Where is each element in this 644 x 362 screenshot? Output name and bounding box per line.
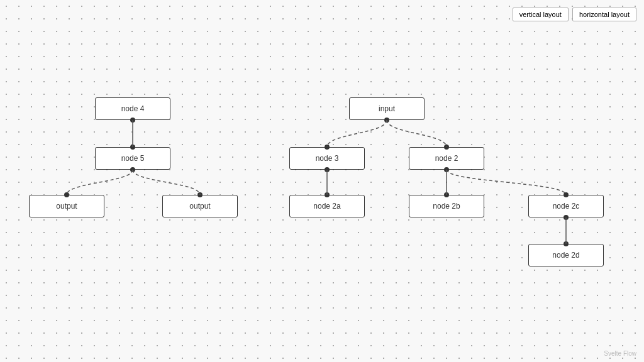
- dot-node2c-top: [564, 192, 569, 197]
- node-node4[interactable]: node 4: [95, 97, 170, 120]
- node-node2d[interactable]: node 2d: [528, 244, 604, 266]
- dot-output1-top: [64, 192, 69, 197]
- node-node5[interactable]: node 5: [95, 147, 170, 170]
- dot-node3-bottom: [325, 167, 330, 172]
- dot-node2a-top: [325, 192, 330, 197]
- node-node2a[interactable]: node 2a: [289, 195, 365, 217]
- node-input[interactable]: input: [349, 97, 425, 120]
- node-node2c[interactable]: node 2c: [528, 195, 604, 217]
- dot-node2b-top: [444, 192, 449, 197]
- canvas: node 4node 5outputoutputinputnode 3node …: [0, 0, 644, 362]
- node-node2b[interactable]: node 2b: [409, 195, 484, 217]
- dot-node3-top: [325, 145, 330, 150]
- watermark-label: Svelte Flow: [604, 350, 636, 357]
- dot-node2d-top: [564, 241, 569, 246]
- node-output1[interactable]: output: [29, 195, 104, 217]
- node-node2[interactable]: node 2: [409, 147, 484, 170]
- node-output2[interactable]: output: [162, 195, 238, 217]
- dot-node2c-bottom: [564, 215, 569, 220]
- dot-node2-bottom: [444, 167, 449, 172]
- horizontal-layout-button[interactable]: horizontal layout: [572, 8, 636, 21]
- node-node3[interactable]: node 3: [289, 147, 365, 170]
- dot-node5-top: [130, 145, 135, 150]
- dot-node5-bottom: [130, 167, 135, 172]
- dot-input-bottom: [384, 118, 389, 123]
- dot-output2-top: [197, 192, 203, 197]
- vertical-layout-button[interactable]: vertical layout: [513, 8, 569, 21]
- dot-node4-bottom: [130, 118, 135, 123]
- dot-node2-top: [444, 145, 449, 150]
